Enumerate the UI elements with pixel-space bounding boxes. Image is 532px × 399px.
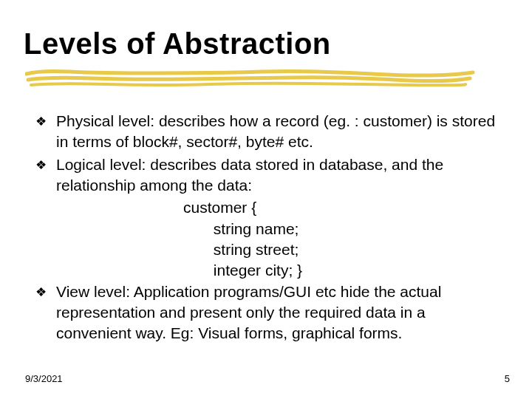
bullet-icon: ❖	[35, 157, 47, 174]
title-block: Levels of Abstraction	[24, 28, 331, 59]
code-block: customer { string name; string street; i…	[183, 197, 502, 281]
slide: Levels of Abstraction ❖ Physical level: …	[0, 0, 532, 399]
footer-page-number: 5	[505, 373, 510, 384]
bullet-icon: ❖	[35, 284, 47, 301]
bullet-icon: ❖	[35, 114, 47, 131]
title-underline	[25, 68, 476, 87]
code-line: string street;	[183, 239, 502, 260]
bullet-text: Logical level: describes data stored in …	[56, 156, 443, 194]
bullet-text: Physical level: describes how a record (…	[56, 112, 495, 150]
content-area: ❖ Physical level: describes how a record…	[35, 111, 502, 346]
bullet-text: View level: Application programs/GUI etc…	[56, 283, 441, 342]
footer-date: 9/3/2021	[25, 373, 63, 384]
bullet-item: ❖ View level: Application programs/GUI e…	[35, 282, 502, 344]
code-line: string name;	[183, 219, 502, 239]
bullet-item: ❖ Logical level: describes data stored i…	[35, 154, 502, 197]
bullet-item: ❖ Physical level: describes how a record…	[35, 111, 502, 153]
code-line: customer {	[183, 197, 502, 218]
code-line: integer city; }	[183, 260, 502, 281]
footer: 9/3/2021 5	[25, 373, 510, 384]
slide-title: Levels of Abstraction	[24, 28, 331, 59]
